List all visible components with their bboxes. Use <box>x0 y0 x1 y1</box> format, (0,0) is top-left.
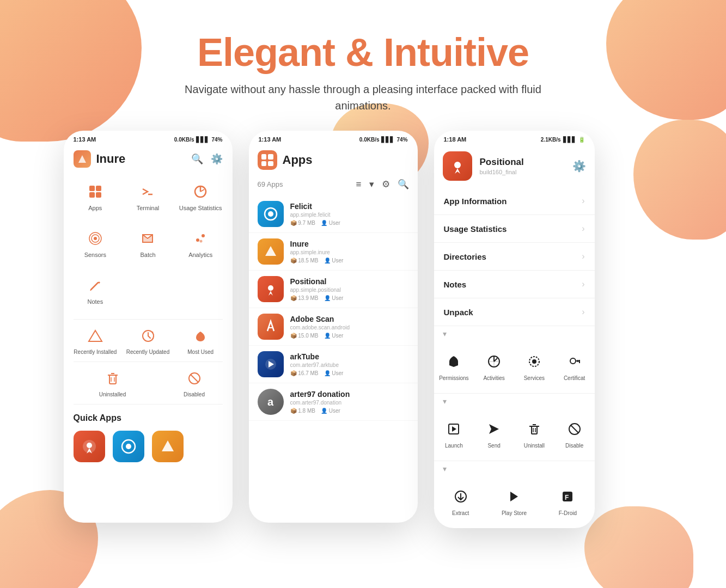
action-certificate[interactable]: Certificat <box>554 346 595 387</box>
svg-point-29 <box>268 285 273 291</box>
app-user: 👤 User <box>324 258 344 264</box>
options-icon[interactable]: ⚙ <box>382 179 390 190</box>
app-user: 👤 User <box>324 333 344 339</box>
app-icon-adobe <box>258 314 284 340</box>
grid-item-usage[interactable]: Usage Statistics <box>174 173 227 220</box>
expand-arrow-2[interactable]: ▾ <box>443 397 447 406</box>
detail-app-build: build160_final <box>480 169 572 175</box>
battery-status-1: 74% <box>211 137 222 143</box>
svg-point-10 <box>202 234 205 237</box>
status-icons-2: 0.0KB/s ▋▋▋ 74% <box>359 137 408 143</box>
action-playstore[interactable]: Play Store <box>487 481 541 522</box>
list-item[interactable]: Adobe Scan com.adobe.scan.android 📦 15.0… <box>249 308 418 346</box>
phones-container: 1:13 AM 0.0KB/s ▋▋▋ 74% Inure 🔍 ⚙️ <box>64 131 663 528</box>
menu-item-usage-statistics[interactable]: Usage Statistics › <box>434 215 595 243</box>
recently-updated[interactable]: Recently Updated <box>121 326 174 355</box>
grid-item-terminal[interactable]: Terminal <box>121 173 174 220</box>
expand-arrow-1[interactable]: ▾ <box>443 329 447 338</box>
recently-installed[interactable]: Recently Installed <box>69 326 122 355</box>
action-launch[interactable]: Launch <box>434 413 474 454</box>
grid-item-analytics[interactable]: Analytics <box>174 220 227 267</box>
fdroid-icon: F <box>557 486 578 507</box>
menu-label-usage-stats: Usage Statistics <box>444 224 582 234</box>
uninstalled[interactable]: Uninstalled <box>80 369 145 397</box>
svg-point-26 <box>126 444 131 449</box>
action-row-2: Launch Send <box>434 409 595 461</box>
action-disable[interactable]: Disable <box>554 413 595 454</box>
search-icon[interactable]: 🔍 <box>191 153 203 165</box>
most-used[interactable]: Most Used <box>174 326 227 355</box>
page-subtitle: Navigate without any hassle through a pl… <box>178 81 548 114</box>
recently-installed-icon <box>86 326 105 346</box>
status-bar-1: 1:13 AM 0.0KB/s ▋▋▋ 74% <box>64 131 233 146</box>
status-icons-3: 2.1KB/s ▋▋▋ 🔋 <box>541 137 585 143</box>
svg-line-12 <box>91 283 98 290</box>
app-name: Positional <box>290 277 409 286</box>
status-bar-2: 1:13 AM 0.0KB/s ▋▋▋ 74% <box>249 131 418 146</box>
main-grid-menu: Apps Terminal <box>64 173 233 319</box>
svg-point-28 <box>268 211 273 217</box>
svg-line-13 <box>90 290 91 291</box>
status-time-1: 1:13 AM <box>74 136 96 143</box>
menu-item-app-information[interactable]: App Information › <box>434 187 595 215</box>
app-package: com.arter97.arktube <box>290 362 409 368</box>
svg-rect-0 <box>89 186 95 191</box>
app-meta: 📦 15.0 MB 👤 User <box>290 333 409 339</box>
settings-icon[interactable]: ⚙️ <box>211 153 223 165</box>
uninstall-label: Uninstall <box>524 443 545 449</box>
svg-marker-45 <box>489 424 499 434</box>
menu-item-notes[interactable]: Notes › <box>434 271 595 298</box>
app-user: 👤 User <box>324 370 344 376</box>
app-name: Felicit <box>290 202 409 211</box>
menu-item-directories[interactable]: Directories › <box>434 243 595 271</box>
list-item[interactable]: Positional app.simple.positional 📦 13.9 … <box>249 271 418 308</box>
quick-app-inure[interactable] <box>152 431 184 462</box>
logo-dot-1 <box>261 154 267 160</box>
network-speed-2: 0.0KB/s <box>359 137 380 143</box>
services-icon <box>524 351 545 372</box>
action-uninstall[interactable]: Uninstall <box>514 413 554 454</box>
disable-icon <box>564 419 585 439</box>
list-item[interactable]: Inure app.simple.inure 📦 18.5 MB 👤 User <box>249 233 418 271</box>
grid-item-batch[interactable]: Batch <box>121 220 174 267</box>
menu-label-app-info: App Information <box>444 197 582 206</box>
app-info-inure: Inure app.simple.inure 📦 18.5 MB 👤 User <box>290 240 409 264</box>
grid-item-notes[interactable]: Notes <box>69 267 122 314</box>
notes-grid-label: Notes <box>87 298 103 305</box>
notes-grid-icon <box>86 275 105 295</box>
expand-arrow-3[interactable]: ▾ <box>443 464 447 473</box>
chevron-right-icon: › <box>582 307 584 317</box>
svg-rect-3 <box>96 192 101 198</box>
quick-app-felicit[interactable] <box>113 431 144 462</box>
permissions-icon <box>443 351 464 372</box>
action-activities[interactable]: Activities <box>474 346 514 387</box>
sort-icon[interactable]: ≡ <box>356 179 362 190</box>
search-icon-2[interactable]: 🔍 <box>398 179 409 190</box>
quick-app-positional[interactable] <box>74 431 105 462</box>
list-item[interactable]: a arter97 donation com.arter97.donation … <box>249 383 418 421</box>
disabled[interactable]: Disabled <box>162 369 227 397</box>
permissions-label: Permissions <box>439 375 468 381</box>
launch-label: Launch <box>445 443 463 449</box>
grid-item-apps[interactable]: Apps <box>69 173 122 220</box>
app-meta: 📦 1.8 MB 👤 User <box>290 408 409 414</box>
action-permissions[interactable]: Permissions <box>434 346 474 387</box>
action-send[interactable]: Send <box>474 413 514 454</box>
detail-settings-icon[interactable]: ⚙️ <box>572 160 586 173</box>
svg-point-32 <box>454 162 461 168</box>
list-item[interactable]: Felicit app.simple.felicit 📦 9.7 MB 👤 Us… <box>249 195 418 233</box>
list-item[interactable]: arkTube com.arter97.arktube 📦 16.7 MB 👤 … <box>249 346 418 383</box>
usage-grid-label: Usage Statistics <box>179 205 222 211</box>
status-time-3: 1:18 AM <box>444 136 467 143</box>
uninstall-icon <box>524 419 545 439</box>
menu-label-notes: Notes <box>444 280 582 289</box>
action-services[interactable]: Services <box>514 346 554 387</box>
most-used-label: Most Used <box>187 349 213 355</box>
grid-item-sensors[interactable]: Sensors <box>69 220 122 267</box>
inure-logo-icon <box>74 150 91 168</box>
menu-item-unpack[interactable]: Unpack › <box>434 298 595 326</box>
action-fdroid[interactable]: F F-Droid <box>541 481 594 522</box>
action-extract[interactable]: Extract <box>434 481 487 522</box>
filter-icon[interactable]: ▾ <box>369 179 374 190</box>
signal-icon: ▋▋▋ <box>196 137 209 143</box>
